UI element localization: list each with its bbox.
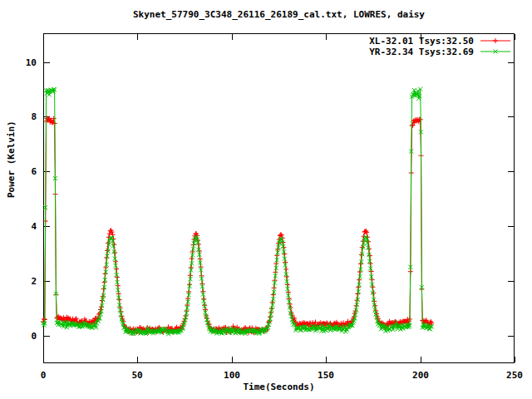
x-tick-label: 250 [506, 370, 523, 381]
y-tick-label: 2 [31, 276, 37, 287]
y-tick-label: 4 [31, 221, 37, 232]
legend-label: XL-32.01 Tsys:32.50 [369, 36, 474, 47]
y-tick-label: 8 [31, 111, 37, 122]
legend-label: YR-32.34 Tsys:32.69 [369, 47, 474, 57]
y-axis-ticks: 0246810 [26, 57, 514, 342]
x-tick-label: 200 [412, 370, 429, 381]
y-tick-label: 10 [26, 57, 37, 68]
legend: XL-32.01 Tsys:32.50YR-32.34 Tsys:32.69 [369, 36, 510, 57]
x-tick-label: 150 [318, 370, 334, 381]
legend-entry-xl: XL-32.01 Tsys:32.50 [369, 36, 510, 47]
x-tick-label: 0 [41, 370, 47, 381]
y-tick-label: 0 [31, 331, 37, 342]
x-tick-label: 100 [224, 370, 240, 381]
x-tick-label: 50 [131, 370, 142, 381]
series-yr [42, 87, 434, 337]
plot-area: 0501001502002500246810XL-32.01 Tsys:32.5… [0, 0, 532, 399]
series-xl-markers [41, 116, 434, 336]
series-xl [41, 116, 434, 336]
legend-marker-plus-icon [493, 38, 498, 43]
y-tick-label: 6 [31, 166, 37, 177]
x-axis-ticks: 050100150200250 [41, 34, 523, 381]
plot-border [44, 34, 515, 363]
gnuplot-chart-window: Skynet_57790_3C348_26116_26189_cal.txt, … [0, 0, 532, 399]
series-yr-markers [42, 87, 434, 337]
legend-entry-yr: YR-32.34 Tsys:32.69 [369, 47, 510, 57]
x-axis-label: Time(Seconds) [43, 381, 515, 394]
